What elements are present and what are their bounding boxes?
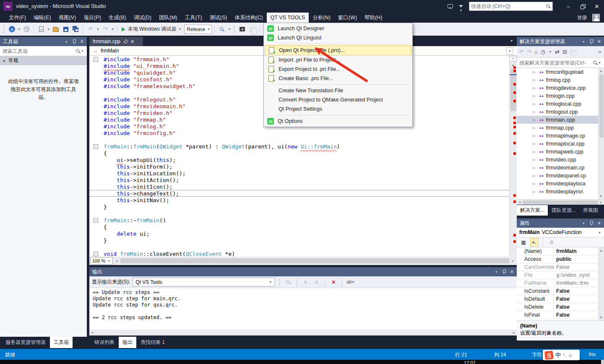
search-chevron-icon[interactable]: ▾ [598, 61, 601, 65]
fold-marker-icon[interactable]: – [94, 144, 98, 149]
file-frmvideomain-cp[interactable]: ▷++frmvideomain.cp [517, 164, 604, 172]
new-file-button[interactable] [36, 24, 46, 35]
code-line-12[interactable]: #include "frmconfig.h" [89, 130, 509, 136]
property-row-isconstant[interactable]: IsConstantFalse [517, 287, 604, 295]
file-frmmaplocal-cpp[interactable]: ▷++frmmaplocal.cpp [517, 140, 604, 148]
window-position-chevron-icon[interactable]: ▾ [495, 270, 498, 274]
avatar-icon[interactable] [592, 14, 600, 21]
property-row-file[interactable]: Fileg:\video_syst [517, 271, 604, 279]
code-line-23[interactable]: } [89, 203, 509, 210]
object-chevron-icon[interactable]: ▾ [598, 231, 601, 234]
home-icon[interactable]: ⌂ [534, 49, 538, 55]
menu-item-create-new-translation-file[interactable]: Create New Translation File [265, 86, 411, 95]
output-source-select[interactable]: Qt VS Tools ▾ [133, 278, 275, 286]
code-line-28[interactable]: } [89, 237, 509, 244]
previous-message-icon[interactable]: ≡ [301, 278, 310, 287]
pin-icon[interactable] [72, 39, 76, 44]
editor-vertical-scrollbar[interactable]: = ▲ [509, 56, 517, 257]
tab-[interactable]: 服务器资源管理器 [2, 337, 49, 348]
expander-icon[interactable]: ▷ [533, 78, 536, 82]
menu-item-convert-project-to-qmake-generated-project[interactable]: Convert Project to QMake Generated Proje… [265, 95, 411, 104]
code-line-22[interactable]: this->initNav(); [89, 197, 509, 203]
grid-vertical-scrollbar[interactable]: ▲ ▼ [598, 247, 604, 320]
fold-marker-icon[interactable]: – [94, 218, 98, 223]
scroll-down-arrow-icon[interactable]: ▼ [598, 315, 604, 320]
scroll-right-arrow-icon[interactable]: ▸ [598, 200, 604, 205]
file-frmlog-cpp[interactable]: ▷++frmlog.cpp [517, 76, 604, 84]
toolbar-grip-icon[interactable] [234, 26, 235, 33]
expander-icon[interactable]: ▷ [533, 142, 536, 146]
find-message-icon[interactable] [284, 278, 292, 287]
code-line-25[interactable]: –frmMain::~frmMain() [89, 217, 509, 224]
back-icon[interactable]: ↶ [519, 49, 524, 55]
scroll-right-arrow-icon[interactable]: ▸ [510, 257, 516, 264]
categorized-view-icon[interactable]: ▦ [519, 238, 528, 247]
solution-search-input[interactable] [519, 60, 593, 66]
undo-button[interactable]: ↶ [86, 24, 95, 35]
tab-[interactable]: 团队资源... [548, 205, 579, 216]
sogou-ime-bar[interactable]: S 中 °, ☺ [543, 350, 580, 360]
word-wrap-icon[interactable]: ab↵ [346, 278, 355, 287]
scroll-down-arrow-icon[interactable]: ▼ [598, 193, 604, 199]
pin-tab-icon[interactable] [122, 38, 129, 45]
file-frmmain-cpp[interactable]: ▷++frmmain.cpp [517, 116, 604, 124]
redo-chevron-icon[interactable]: ▾ [111, 27, 115, 31]
menu-item-c[interactable]: 体系结构(C) [231, 13, 266, 23]
document-list-chevron-icon[interactable]: ▾ [510, 37, 517, 46]
file-frmvideoplayloca[interactable]: ▷++frmvideoplayloca [517, 179, 604, 187]
expander-icon[interactable]: ▷ [533, 158, 536, 162]
ime-language-mode[interactable]: 中 [555, 351, 561, 359]
show-desktop-button[interactable] [601, 360, 604, 364]
tab-[interactable]: 输出 [119, 337, 136, 348]
notifications-filter-icon[interactable] [459, 5, 463, 8]
next-message-icon[interactable]: ≡ [312, 278, 320, 287]
menu-item-p[interactable]: 项目(P) [80, 13, 105, 23]
solution-search-box[interactable]: ▾ [517, 58, 604, 68]
tree-horizontal-scrollbar[interactable]: ◂ ▸ [517, 199, 604, 205]
tab-[interactable]: 解决方案... [517, 205, 548, 216]
file-frmmapweb-cpp[interactable]: ▷++frmmapweb.cpp [517, 148, 604, 156]
window-position-chevron-icon[interactable]: ▾ [582, 40, 586, 44]
output-text[interactable]: == Update rcc steps ==Update rcc step fo… [89, 288, 517, 330]
alphabetical-sort-icon[interactable]: A↓ [530, 238, 539, 247]
menu-item-e[interactable]: 编辑(E) [30, 13, 55, 23]
menu-item-v[interactable]: 视图(V) [55, 13, 80, 23]
splitter-handle-icon[interactable]: = [509, 56, 517, 62]
menu-item-launch-qt-designer[interactable]: QtLaunch Qt Designer [265, 24, 411, 33]
expander-icon[interactable]: ▷ [533, 174, 536, 178]
close-icon[interactable]: ✕ [597, 39, 601, 44]
close-button[interactable]: ✕ [590, 0, 604, 13]
ime-punctuation-icon[interactable]: °, [563, 353, 566, 358]
add-item-button[interactable]: ◂ [237, 24, 247, 35]
file-frmvideopanel-cp[interactable]: ▷++frmvideopanel.cp [517, 172, 604, 179]
file-frmloglocal-cpp[interactable]: ▷++frmloglocal.cpp [517, 100, 604, 108]
file-frmvideo-cpp[interactable]: ▷++frmvideo.cpp [517, 156, 604, 164]
scroll-up-arrow-icon[interactable]: ▲ [598, 247, 604, 253]
copy-button[interactable] [247, 24, 257, 35]
menu-item-w[interactable]: 窗口(W) [334, 13, 361, 23]
expander-icon[interactable]: ▷ [533, 94, 536, 98]
fold-marker-icon[interactable]: – [94, 57, 98, 62]
code-line-16[interactable]: ui->setupUi(this); [89, 156, 509, 163]
code-line-13[interactable] [89, 136, 509, 143]
solution-config-select[interactable]: Release▾ [184, 25, 212, 34]
scroll-right-arrow-icon[interactable]: ▸ [511, 330, 517, 335]
toolbar-grip-icon[interactable] [3, 26, 5, 33]
scrollbar-thumb[interactable] [120, 258, 509, 263]
expander-icon[interactable]: ▷ [533, 150, 536, 154]
scrollbar-thumb[interactable] [599, 75, 604, 138]
menu-item-launch-qt-linguist[interactable]: QtLaunch Qt Linguist [265, 33, 411, 42]
window-position-chevron-icon[interactable]: ▾ [65, 40, 68, 44]
scroll-left-arrow-icon[interactable]: ◂ [89, 330, 95, 335]
toolbox-section-general[interactable]: ▲ 常规 [0, 56, 87, 65]
code-line-29[interactable] [89, 244, 509, 250]
expander-icon[interactable]: ▷ [533, 102, 536, 106]
menu-item-s[interactable]: 测试(S) [206, 13, 231, 23]
property-row-isfinal[interactable]: IsFinalFalse [517, 311, 604, 319]
menu-item-import-pri-file-to-project[interactable]: Import .pri File to Project... [265, 55, 411, 65]
pin-icon[interactable] [502, 269, 506, 275]
code-line-26[interactable]: { [89, 224, 509, 230]
file-frmvideoplaynvr[interactable]: ▷++frmvideoplaynvr. [517, 187, 604, 195]
toolbox-search-box[interactable]: ▾ [0, 46, 87, 56]
clear-all-icon[interactable]: ✕ [329, 278, 338, 287]
